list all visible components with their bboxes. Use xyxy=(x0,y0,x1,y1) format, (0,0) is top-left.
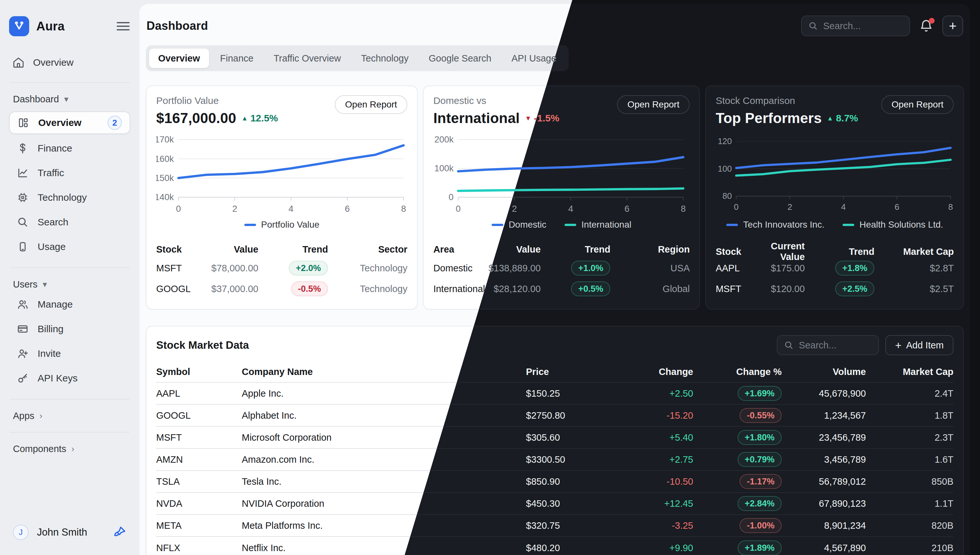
sidebar-item-label: Overview xyxy=(38,117,81,128)
section-components[interactable]: Components › xyxy=(9,441,130,457)
card-value-row: Top Performers▲8.7% xyxy=(716,110,858,126)
svg-text:8: 8 xyxy=(681,204,686,214)
cell-extra: Technology xyxy=(328,263,407,274)
svg-text:0: 0 xyxy=(734,202,739,212)
search-icon xyxy=(784,340,794,350)
sidebar-item-technology[interactable]: Technology xyxy=(9,185,130,210)
svg-text:140k: 140k xyxy=(156,192,174,202)
section-apps[interactable]: Apps › xyxy=(9,408,130,423)
legend-label: Portfolio Value xyxy=(261,220,320,230)
split-theme-stage: Aura Overview Dashboard ▾ Overview2Finan… xyxy=(0,0,980,555)
svg-text:80: 80 xyxy=(723,191,732,201)
series-blue xyxy=(736,148,951,168)
search-icon xyxy=(17,216,29,228)
table-row[interactable]: MSFT$120.00+2.5%$2.5T xyxy=(716,279,954,299)
cell-symbol: AAPL xyxy=(156,388,242,399)
change-pct-pill: +1.89% xyxy=(738,541,782,555)
theme-brush-icon[interactable] xyxy=(113,526,126,539)
open-report-button[interactable]: Open Report xyxy=(335,95,407,114)
sidebar-item-manage[interactable]: Manage xyxy=(9,292,130,317)
cell-symbol: NVDA xyxy=(156,498,242,509)
sidebar-item-search[interactable]: Search xyxy=(9,210,130,234)
tab-technology[interactable]: Technology xyxy=(352,48,418,68)
tab-traffic-overview[interactable]: Traffic Overview xyxy=(264,48,350,68)
column-header-price: Price xyxy=(526,367,652,377)
card-value-row: $167,000.00▲12.5% xyxy=(156,110,278,126)
count-badge: 2 xyxy=(108,115,122,130)
tab-google-search[interactable]: Google Search xyxy=(420,48,500,68)
trend-pill: +1.8% xyxy=(835,261,874,276)
cell-trend: +2.0% xyxy=(258,261,328,276)
sidebar-item-label: Technology xyxy=(38,192,87,203)
cell-symbol: MSFT xyxy=(156,432,242,443)
cell-value: $120.00 xyxy=(771,284,805,294)
mini-table-header: StockCurrent ValueTrendMarket Cap xyxy=(716,241,954,258)
cell-market-cap: 1.8T xyxy=(866,410,953,421)
cell-price: $150.25 xyxy=(526,388,652,399)
column-header: Sector xyxy=(328,244,407,255)
sidebar-item-overview-home[interactable]: Overview xyxy=(9,51,130,74)
sidebar-item-traffic[interactable]: Traffic xyxy=(9,160,130,185)
sidebar-item-usage[interactable]: Usage xyxy=(9,234,130,259)
chevron-down-icon: ▾ xyxy=(64,94,68,104)
tab-overview[interactable]: Overview xyxy=(149,48,209,68)
notifications-button[interactable] xyxy=(919,18,933,33)
cell-extra: USA xyxy=(610,263,690,274)
logo-row: Aura xyxy=(9,16,130,37)
trend-pill: +0.5% xyxy=(571,281,610,296)
cell-volume: 8,901,234 xyxy=(782,520,866,531)
section-users[interactable]: Users ▾ xyxy=(9,276,130,292)
tab-finance[interactable]: Finance xyxy=(211,48,262,68)
sidebar-item-finance[interactable]: Finance xyxy=(9,136,130,160)
cell-value: $138,889.00 xyxy=(488,263,541,274)
table-row[interactable]: GOOGL$37,000.00-0.5%Technology xyxy=(156,279,407,299)
cell-change: +12.45 xyxy=(652,498,693,509)
sidebar-item-label: Usage xyxy=(38,241,66,252)
cell-price: $480.20 xyxy=(526,543,652,553)
table-row[interactable]: MSFT$78,000.00+2.0%Technology xyxy=(156,258,407,279)
sidebar-item-label: Search xyxy=(38,217,68,228)
sidebar-divider xyxy=(10,432,130,433)
cell-change: -10.50 xyxy=(652,476,693,487)
column-header: Area xyxy=(433,244,488,255)
cell-name: GOOGL xyxy=(156,284,211,294)
user-plus-icon xyxy=(17,348,29,359)
global-search[interactable] xyxy=(801,16,910,36)
cell-change-pct: +1.80% xyxy=(693,430,782,445)
cell-market-cap: 1.1T xyxy=(866,498,953,509)
chevron-right-icon: › xyxy=(71,444,74,454)
search-input[interactable] xyxy=(823,21,903,31)
cell-change: -3.25 xyxy=(652,520,693,531)
sidebar-item-api-keys[interactable]: API Keys xyxy=(9,366,130,390)
cell-price: $305.60 xyxy=(526,432,652,443)
open-report-button[interactable]: Open Report xyxy=(617,95,690,114)
table-search[interactable] xyxy=(777,335,879,355)
change-pct-pill: -1.17% xyxy=(740,474,782,489)
table-row[interactable]: AAPL$175.00+1.8%$2.8T xyxy=(716,258,954,279)
sidebar-item-label: Finance xyxy=(38,143,72,154)
svg-text:8: 8 xyxy=(948,202,953,212)
card-value: $167,000.00 xyxy=(156,110,236,126)
column-header-market-cap: Market Cap xyxy=(866,367,953,377)
sidebar-item-label: Traffic xyxy=(38,167,64,178)
sidebar: Aura Overview Dashboard ▾ Overview2Finan… xyxy=(0,0,139,555)
legend-item: Portfolio Value xyxy=(245,220,320,230)
table-search-input[interactable] xyxy=(799,340,872,351)
trend-pill: +1.0% xyxy=(571,261,610,276)
legend-item: Tech Innovators Inc. xyxy=(726,220,824,230)
cell-market-cap: 210B xyxy=(866,543,953,553)
column-header: Current Value xyxy=(771,241,805,262)
change-pct-pill: +1.80% xyxy=(738,430,782,445)
section-dashboard[interactable]: Dashboard ▾ xyxy=(9,91,130,107)
sidebar-item-overview[interactable]: Overview2 xyxy=(9,111,130,134)
sidebar-item-billing[interactable]: Billing xyxy=(9,317,130,341)
open-report-button[interactable]: Open Report xyxy=(881,95,954,114)
cell-change: +5.40 xyxy=(652,432,693,443)
user-profile[interactable]: J John Smith xyxy=(9,525,130,540)
add-item-button[interactable]: + Add Item xyxy=(885,335,953,355)
delta-up: ▲8.7% xyxy=(827,113,858,124)
legend-label: Tech Innovators Inc. xyxy=(743,220,824,230)
add-button[interactable]: + xyxy=(942,16,963,36)
sidebar-item-invite[interactable]: Invite xyxy=(9,341,130,366)
hamburger-menu-icon[interactable] xyxy=(116,21,130,32)
